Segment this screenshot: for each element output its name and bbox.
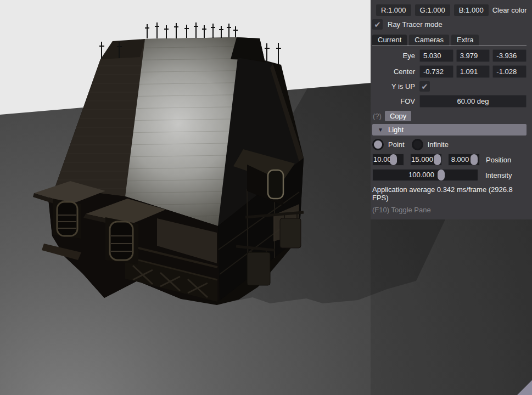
sign-upper [280, 218, 301, 248]
center-label: Center [372, 67, 415, 76]
tab-current[interactable]: Current [372, 35, 407, 46]
y-up-row: Y is UP ✔ [372, 81, 527, 92]
light-position-z-handle[interactable] [471, 154, 478, 165]
tab-cameras[interactable]: Cameras [409, 35, 449, 46]
center-row: Center -0.732 1.091 -1.028 [372, 65, 527, 78]
app-window: R:1.000 G:1.000 B:1.000 Clear color ✔ Ra… [0, 0, 532, 395]
eye-z-field[interactable]: -3.936 [492, 49, 527, 62]
y-up-label: Y is UP [372, 82, 415, 91]
light-intensity-handle[interactable] [438, 170, 445, 180]
point-radio-label: Point [388, 140, 405, 149]
blue-value-button[interactable]: B:1.000 [454, 4, 489, 16]
control-pane: R:1.000 G:1.000 B:1.000 Clear color ✔ Ra… [371, 0, 532, 395]
green-value-button[interactable]: G:1.000 [415, 4, 450, 16]
eye-y-field[interactable]: 3.979 [456, 49, 490, 62]
light-position-label: Position [486, 156, 511, 164]
collapse-triangle-icon[interactable]: ▼ [378, 127, 383, 133]
fov-label: FOV [372, 97, 415, 105]
sign-lower [247, 252, 270, 285]
tab-underline [372, 46, 527, 46]
dormer2-window [110, 222, 133, 260]
eye-x-field[interactable]: 5.030 [419, 49, 453, 62]
y-up-checkbox[interactable]: ✔ [419, 81, 430, 92]
help-link[interactable]: (?) [373, 112, 382, 120]
center-z-field[interactable]: -1.028 [492, 65, 527, 78]
tab-extra[interactable]: Extra [451, 35, 479, 46]
fps-stats: Application average 0.342 ms/frame (2926… [372, 185, 527, 202]
copy-button[interactable]: Copy [385, 111, 411, 121]
control-pane-content: R:1.000 G:1.000 B:1.000 Clear color ✔ Ra… [371, 0, 532, 219]
toggle-pane-hint: (F10) Toggle Pane [372, 206, 527, 214]
center-y-field[interactable]: 1.091 [456, 65, 490, 78]
eye-row: Eye 5.030 3.979 -3.936 [372, 49, 527, 62]
center-x-field[interactable]: -0.732 [419, 65, 453, 78]
light-intensity-value: 100.000 [408, 171, 434, 179]
infinite-radio[interactable] [412, 139, 423, 150]
light-position-y-value: 15.000 [411, 155, 433, 163]
copy-row: (?) Copy [372, 111, 527, 121]
light-intensity-label: Intensity [485, 171, 512, 179]
clear-color-row: R:1.000 G:1.000 B:1.000 Clear color [372, 4, 527, 16]
ray-tracer-row: ✔ Ray Tracer mode [372, 19, 527, 30]
light-intensity-row: 100.000 Intensity [372, 169, 527, 181]
eye-label: Eye [372, 52, 415, 60]
light-type-row: Point Infinite [372, 139, 527, 150]
fov-row: FOV 60.00 deg [372, 95, 527, 108]
light-position-x-handle[interactable] [390, 154, 397, 165]
dormer3-window [268, 170, 283, 199]
rear-wing-roof [231, 37, 265, 60]
light-intensity-slider[interactable]: 100.000 [372, 169, 478, 181]
light-position-x-slider[interactable]: 10.000 [372, 154, 404, 166]
infinite-radio-label: Infinite [428, 140, 449, 149]
light-position-z-value: 8.000 [451, 155, 469, 163]
light-position-y-slider[interactable]: 15.000 [410, 154, 442, 166]
resize-grip[interactable] [517, 380, 532, 395]
fov-field[interactable]: 60.00 deg [419, 95, 527, 108]
ray-tracer-label: Ray Tracer mode [388, 20, 443, 29]
dormer1-window [57, 202, 77, 236]
ray-tracer-checkbox[interactable]: ✔ [372, 19, 383, 30]
light-position-row: 10.000 15.000 8.000 Position [372, 154, 527, 166]
red-value-button[interactable]: R:1.000 [376, 4, 411, 16]
light-position-z-slider[interactable]: 8.000 [448, 154, 480, 166]
camera-tabs: Current Cameras Extra [372, 35, 527, 46]
light-section-header[interactable]: ▼ Light [372, 124, 527, 136]
point-radio[interactable] [372, 139, 384, 150]
light-position-y-handle[interactable] [434, 154, 441, 165]
clear-color-label: Clear color [492, 6, 527, 14]
light-section-title: Light [388, 126, 404, 134]
